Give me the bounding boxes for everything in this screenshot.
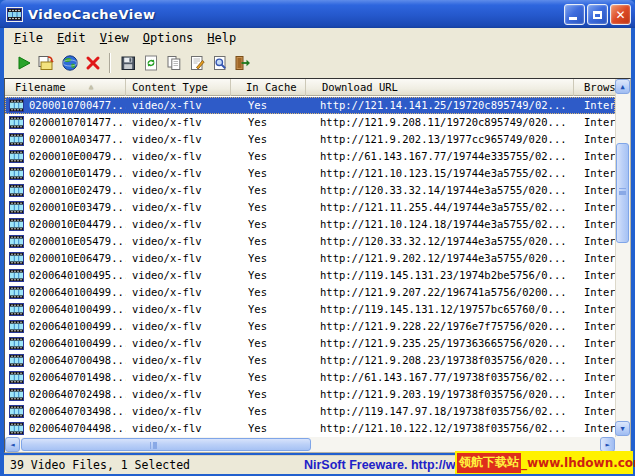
table-row[interactable]: 0200640100499... video/x-flv Yes http://… [5,284,615,301]
video-file-icon [9,388,24,403]
filename-cell: 0200010701477... [5,114,126,131]
column-header-content-type[interactable]: Content Type [126,79,231,96]
download-url-cell: http://120.33.32.12/19744e3a5755/020... [306,233,574,250]
copy-button[interactable] [162,51,185,75]
table-row[interactable]: 0200010A03477... video/x-flv Yes http://… [5,131,615,148]
content-type-cell: video/x-flv [126,97,231,114]
table-row[interactable]: 0200010E05479... video/x-flv Yes http://… [5,233,615,250]
thumb-grip [619,188,626,192]
browser-cell: Intern [574,165,615,182]
filename-cell: 0200640100499... [5,301,126,318]
table-row[interactable]: 0200010E06479... video/x-flv Yes http://… [5,250,615,267]
open-in-browser-button[interactable] [58,51,81,75]
filename-cell: 0200010E00479... [5,148,126,165]
menu-item[interactable]: Help [201,29,244,47]
table-row[interactable]: 0200640702498... video/x-flv Yes http://… [5,386,615,403]
properties-button[interactable] [185,51,208,75]
filename-cell: 0200010700477... [5,97,126,114]
menu-item[interactable]: Options [137,29,202,47]
column-header-filename[interactable]: Filename ▲ [5,79,126,96]
nirsoft-freeware-link[interactable]: NirSoft Freeware. http://w [304,458,455,472]
titlebar[interactable]: VideoCacheView ✕ [0,0,635,28]
save-icon [119,54,137,72]
filename-text: 0200640100499... [29,337,126,349]
filename-cell: 0200640700498... [5,352,126,369]
video-file-icon [9,405,24,420]
horizontal-scroll-thumb[interactable] [21,438,311,451]
filename-text: 0200640700498... [29,354,126,366]
table-row[interactable]: 0200010E03479... video/x-flv Yes http://… [5,199,615,216]
menu-item[interactable]: View [94,29,137,47]
video-file-icon [9,218,24,233]
content-type-cell: video/x-flv [126,369,231,386]
table-row[interactable]: 0200640100495... video/x-flv Yes http://… [5,267,615,284]
content-type-cell: video/x-flv [126,318,231,335]
scroll-up-icon: ▲ [620,83,624,91]
find-icon [211,54,229,72]
vertical-scroll-thumb[interactable] [616,143,629,243]
save-button[interactable] [116,51,139,75]
in-cache-cell: Yes [231,233,306,250]
download-url-cell: http://121.9.207.22/196741a5756/0200... [306,284,574,301]
download-url-cell: http://119.145.131.12/19757bc65760/0... [306,301,574,318]
table-row[interactable]: 0200010E04479... video/x-flv Yes http://… [5,216,615,233]
play-button[interactable] [12,51,35,75]
content-type-cell: video/x-flv [126,403,231,420]
scroll-left-button[interactable]: ◄ [5,437,20,452]
filename-cell: 0200640701498... [5,369,126,386]
content-type-cell: video/x-flv [126,233,231,250]
table-row[interactable]: 0200010E01479... video/x-flv Yes http://… [5,165,615,182]
table-row[interactable]: 0200640100499... video/x-flv Yes http://… [5,301,615,318]
table-row[interactable]: 0200010E00479... video/x-flv Yes http://… [5,148,615,165]
horizontal-scrollbar[interactable]: ◄ ► [5,437,615,452]
refresh-button[interactable] [139,51,162,75]
content-type-cell: video/x-flv [126,199,231,216]
download-url-cell: http://121.9.203.19/19738f035756/020... [306,386,574,403]
download-url-cell: http://119.145.131.23/1974b2be5756/0... [306,267,574,284]
table-row[interactable]: 0200640704498... video/x-flv Yes http://… [5,420,615,437]
vertical-scrollbar[interactable]: ▲ ▼ [615,79,630,437]
table-row[interactable]: 0200640100499... video/x-flv Yes http://… [5,318,615,335]
in-cache-cell: Yes [231,301,306,318]
menu-item[interactable]: File [8,29,51,47]
table-row[interactable]: 0200010701477... video/x-flv Yes http://… [5,114,615,131]
delete-button[interactable] [81,51,104,75]
table-row[interactable]: 0200010700477... video/x-flv Yes http://… [5,97,615,114]
copy-files-button[interactable] [35,51,58,75]
filename-text: 0200640100499... [29,286,126,298]
table-row[interactable]: 0200010E02479... video/x-flv Yes http://… [5,182,615,199]
refresh-icon [142,54,160,72]
table-row[interactable]: 0200640100499... video/x-flv Yes http://… [5,335,615,352]
content-type-cell: video/x-flv [126,165,231,182]
scroll-up-button[interactable]: ▲ [615,79,630,94]
menu-item[interactable]: Edit [51,29,94,47]
filename-cell: 0200010E04479... [5,216,126,233]
filename-text: 0200640100499... [29,303,126,315]
content-type-cell: video/x-flv [126,267,231,284]
column-header-download-url[interactable]: Download URL [306,79,574,96]
find-button[interactable] [208,51,231,75]
table-row[interactable]: 0200640700498... video/x-flv Yes http://… [5,352,615,369]
in-cache-cell: Yes [231,403,306,420]
filename-cell: 0200640702498... [5,386,126,403]
exit-button[interactable] [231,51,254,75]
content-type-cell: video/x-flv [126,284,231,301]
app-window: VideoCacheView ✕ FileEditViewOptionsHelp [0,0,635,476]
scroll-right-button[interactable]: ► [600,437,615,452]
browser-cell: Intern [574,114,615,131]
browser-cell: Intern [574,148,615,165]
video-file-icon [9,303,24,318]
close-button[interactable]: ✕ [610,4,631,25]
filename-cell: 0200640703498... [5,403,126,420]
minimize-button[interactable] [564,4,585,25]
close-icon: ✕ [615,9,625,21]
table-row[interactable]: 0200640703498... video/x-flv Yes http://… [5,403,615,420]
table-row[interactable]: 0200640701498... video/x-flv Yes http://… [5,369,615,386]
video-file-icon [9,422,24,437]
maximize-button[interactable] [587,4,608,25]
column-header-in-cache[interactable]: In Cache [231,79,306,96]
column-header-browser[interactable]: Browse [574,79,615,96]
scroll-down-button[interactable]: ▼ [615,421,630,436]
video-file-icon [9,167,24,182]
scroll-down-icon: ▼ [620,425,624,433]
